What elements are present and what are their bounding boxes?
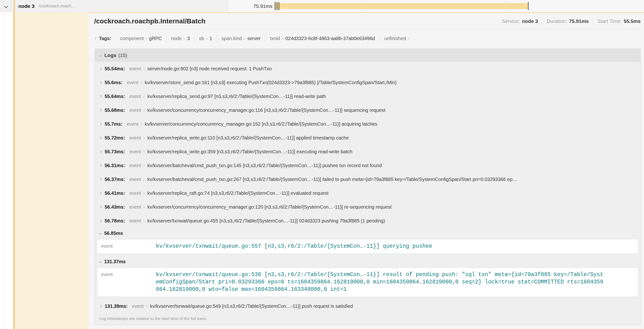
log-entry-collapsed[interactable]: 56.78ms: event = kv/kvserver/txnwait/que… (95, 214, 640, 228)
log-field-value: kv/kvserver/txnwait/queue.go:538 [n3,s3,… (156, 271, 604, 293)
equals-sign: = (140, 122, 142, 126)
tag-key: txnid (270, 36, 280, 41)
chevron-right-icon (99, 81, 102, 84)
log-entry-collapsed[interactable]: 131.39ms: event = kv/kvserver/txnwait/qu… (95, 299, 640, 313)
log-entry-collapsed[interactable]: 55.54ms: event = server/node.go:902 [n3]… (95, 62, 640, 76)
span-timeline-cell[interactable]: 75.91ms (228, 0, 644, 12)
log-entry-collapsed[interactable]: 55.68ms: event = kv/kvserver/concurrency… (95, 103, 640, 117)
span-row-highlight (15, 12, 89, 329)
log-timestamp: 56.43ms: (105, 204, 125, 210)
log-message: kv/kvserver/txnwait/queue.go:549 [n3,s3,… (150, 304, 353, 309)
logs-footer-note: Log timestamps are relative to the start… (95, 313, 640, 325)
equals-sign: = (206, 36, 208, 40)
log-timestamp: 55.72ms: (105, 135, 125, 141)
logs-accordion-header[interactable]: Logs (15) (95, 49, 640, 62)
logs-title: Logs (104, 52, 116, 58)
log-marker-tick (528, 2, 529, 10)
tag-key: node (171, 36, 182, 41)
chevron-right-icon (99, 192, 102, 194)
tag-value: 024d3323-6c8f-4863-aa8b-37ab0e63496d (285, 36, 375, 41)
log-field-key: event (101, 271, 156, 277)
tag-value: server (248, 36, 261, 41)
divider (593, 18, 593, 24)
start-time-label: Start Time: (598, 18, 622, 24)
span-meta: Service: node 3 Duration: 75.91ms Start … (502, 18, 641, 24)
tag-list: component = gRPC node = 3 sb = 1 span.ki… (116, 34, 416, 42)
log-message: kv/kvserver/store_send.go:161 [n3,s3] ex… (145, 80, 396, 85)
chevron-right-icon (99, 305, 102, 307)
log-timestamp: 56.37ms: (105, 177, 125, 182)
tag-item: txnid = 024d3323-6c8f-4863-aa8b-37ab0e63… (265, 34, 380, 42)
chevron-down-icon (99, 260, 102, 263)
equals-sign: = (143, 164, 146, 168)
equals-sign: = (143, 150, 146, 154)
log-field-key: event (130, 135, 141, 141)
duration-value: 75.91ms (569, 18, 589, 24)
tag-item: node = 3 (166, 34, 194, 42)
chevron-right-icon (99, 136, 102, 139)
equals-sign: = (146, 304, 148, 308)
log-entry-collapsed[interactable]: 56.37ms: event = kv/kvserver/batcheval/c… (95, 172, 640, 186)
collapse-all-button[interactable] (0, 0, 12, 12)
log-marker-tick (275, 2, 276, 10)
log-keyvalue-table: event kv/kvserver/txnwait/queue.go:557 [… (97, 239, 638, 254)
chevron-down-icon (4, 4, 8, 8)
span-name-cell[interactable]: node 3 /cockroach.roach… (12, 0, 228, 12)
chevron-right-icon (99, 109, 102, 111)
log-entry-collapsed[interactable]: 55.72ms: event = kv/kvserver/replica_wri… (95, 131, 640, 145)
tag-item: unfinished = (380, 34, 416, 42)
service-value: node 3 (522, 18, 538, 24)
tags-accordion-header[interactable]: Tags: component = gRPC node = 3 sb = 1 s… (94, 33, 641, 44)
log-entry-collapsed[interactable]: 55.6ms: event = kv/kvserver/store_send.g… (95, 76, 640, 90)
log-marker-tick (279, 2, 280, 10)
span-service-name: node 3 (18, 3, 34, 9)
log-message: kv/kvserver/concurrency/concurrency_mana… (147, 108, 386, 113)
log-field-key: event (132, 304, 144, 309)
log-message: kv/kvserver/concurrency/concurrency_mana… (147, 204, 392, 210)
log-field-key: event (130, 177, 141, 182)
log-timestamp: 131.37ms (104, 259, 126, 264)
log-entry-header[interactable]: 56.85ms (95, 228, 640, 239)
logs-accordion: Logs (15) 55.54ms: event = server/node.g… (94, 49, 641, 325)
detail-header: /cockroach.roachpb.Internal/Batch Servic… (94, 18, 641, 29)
equals-sign: = (140, 80, 142, 85)
equals-sign: = (408, 36, 410, 40)
log-timestamp: 131.39ms: (105, 304, 128, 309)
equals-sign: = (143, 205, 146, 209)
log-field-key: event (130, 204, 141, 210)
log-field-key: event (130, 66, 141, 72)
chevron-right-icon (99, 219, 102, 222)
equals-sign: = (143, 219, 146, 223)
log-timestamp: 56.41ms: (105, 190, 125, 196)
log-entry-collapsed[interactable]: 55.64ms: event = kv/kvserver/replica_sen… (95, 90, 640, 103)
log-entry-collapsed[interactable]: 55.73ms: event = kv/kvserver/replica_wri… (95, 145, 640, 158)
log-entry-collapsed[interactable]: 56.41ms: event = kv/kvserver/replica_raf… (95, 186, 640, 200)
chevron-right-icon (94, 37, 96, 40)
equals-sign: = (282, 36, 284, 40)
log-message: server/node.go:902 [n3] node received re… (147, 66, 272, 72)
log-timestamp: 55.64ms: (105, 94, 125, 99)
log-entry-header[interactable]: 131.37ms (95, 256, 640, 267)
log-field-key: event (130, 218, 141, 224)
tag-key: sb (199, 36, 204, 41)
log-entry-collapsed[interactable]: 56.43ms: event = kv/kvserver/concurrency… (95, 200, 640, 214)
log-entry-collapsed[interactable]: 55.7ms: event = kv/kvserver/concurrency/… (95, 117, 640, 131)
log-message: kv/kvserver/batcheval/cmd_push_txn.go:14… (147, 163, 382, 168)
service-label: Service: (502, 18, 520, 24)
log-marker-tick (277, 2, 278, 10)
span-duration-bar[interactable] (275, 3, 528, 9)
log-timestamp: 56.78ms: (105, 218, 125, 224)
operation-title: /cockroach.roachpb.Internal/Batch (94, 18, 206, 25)
log-field-key: event (130, 108, 141, 113)
log-field-value: kv/kvserver/txnwait/queue.go:557 [n3,s3,… (156, 243, 604, 250)
log-entry-collapsed[interactable]: 56.31ms: event = kv/kvserver/batcheval/c… (95, 158, 640, 172)
log-field-key: event (130, 149, 141, 154)
log-message: kv/kvserver/replica_write.go:110 [n3,s3,… (147, 135, 349, 141)
logs-count: (15) (118, 52, 127, 58)
log-field-key: event (101, 243, 156, 249)
log-timestamp: 55.73ms: (105, 149, 125, 154)
tag-item: component = gRPC (116, 34, 166, 42)
equals-sign: = (143, 94, 146, 98)
span-timeline-row[interactable]: node 3 /cockroach.roach… 75.91ms (0, 0, 644, 12)
log-marker-tick (276, 2, 277, 10)
